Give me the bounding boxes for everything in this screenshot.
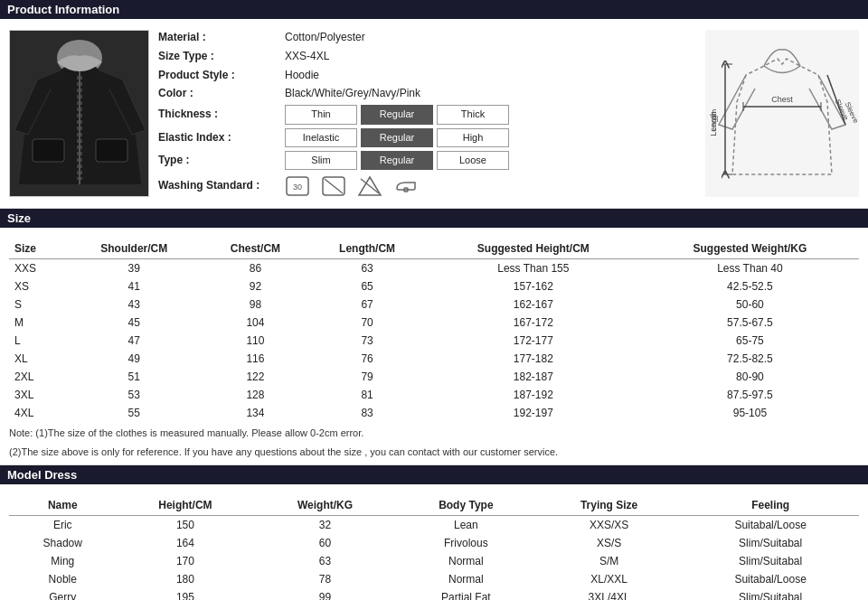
- svg-rect-4: [96, 139, 127, 162]
- elastic-high[interactable]: High: [437, 128, 509, 147]
- size-cell: 128: [203, 386, 309, 404]
- size-cell: 177-182: [426, 350, 641, 368]
- size-cell: 92: [203, 277, 309, 295]
- thickness-regular[interactable]: Regular: [361, 105, 433, 124]
- size-cell: L: [9, 332, 66, 350]
- size-cell: XL: [9, 350, 66, 368]
- size-note-2: (2)The size above is only for reference.…: [9, 445, 859, 460]
- size-cell: 76: [308, 350, 425, 368]
- model-cell: 180: [117, 570, 255, 588]
- model-table: Name Height/CM Weight/KG Body Type Tryin…: [9, 495, 859, 600]
- model-cell: 170: [117, 552, 255, 570]
- size-header: Size: [0, 209, 868, 228]
- table-row: S439867162-16750-60: [9, 295, 859, 314]
- size-cell: 122: [203, 368, 309, 386]
- svg-line-12: [361, 179, 379, 193]
- size-cell: S: [9, 295, 66, 314]
- size-col-shoulder: Shoulder/CM: [66, 239, 202, 259]
- model-cell: 99: [254, 588, 396, 600]
- model-cell: S/M: [536, 552, 682, 570]
- model-col-weight: Weight/KG: [254, 495, 396, 516]
- size-cell: 86: [203, 259, 309, 278]
- size-cell: 182-187: [426, 368, 641, 386]
- size-cell: Less Than 155: [426, 259, 641, 278]
- model-cell: 150: [117, 516, 255, 535]
- table-row: L4711073172-17765-75: [9, 332, 859, 350]
- elastic-regular[interactable]: Regular: [361, 128, 433, 147]
- size-cell: 162-167: [426, 295, 641, 314]
- model-cell: Suitabal/Loose: [682, 516, 859, 535]
- size-col-length: Length/CM: [308, 239, 425, 259]
- size-cell: XS: [9, 277, 66, 295]
- model-col-height: Height/CM: [117, 495, 255, 516]
- size-cell: 63: [308, 259, 425, 278]
- washing-label: Washing Standard :: [158, 178, 285, 193]
- size-col-size: Size: [9, 239, 66, 259]
- size-cell: 53: [66, 386, 202, 404]
- type-regular[interactable]: Regular: [361, 151, 433, 170]
- table-row: 3XL5312881187-19287.5-97.5: [9, 386, 859, 404]
- table-row: XS419265157-16242.5-52.5: [9, 277, 859, 295]
- model-cell: Ming: [9, 552, 117, 570]
- size-cell: 47: [66, 332, 202, 350]
- size-table: Size Shoulder/CM Chest/CM Length/CM Sugg…: [9, 239, 859, 422]
- thickness-options: Thin Regular Thick: [285, 105, 509, 124]
- table-row: Gerry19599Partial Fat3XL/4XLSlim/Suitaba…: [9, 588, 859, 600]
- iron-icon: [393, 175, 419, 197]
- type-options: Slim Regular Loose: [285, 151, 509, 170]
- size-cell: 95-105: [641, 404, 859, 422]
- size-note-1: Note: (1)The size of the clothes is meas…: [9, 426, 859, 441]
- size-cell: 45: [66, 314, 202, 332]
- size-cell: 4XL: [9, 404, 66, 422]
- size-type-label: Size Type :: [158, 49, 285, 64]
- model-cell: Gerry: [9, 588, 117, 600]
- table-row: Eric15032LeanXXS/XSSuitabal/Loose: [9, 516, 859, 535]
- size-cell: 83: [308, 404, 425, 422]
- size-col-chest: Chest/CM: [203, 239, 309, 259]
- table-row: 4XL5513483192-19795-105: [9, 404, 859, 422]
- wash-30-icon: 30: [285, 175, 310, 197]
- size-cell: 41: [66, 277, 202, 295]
- model-cell: 78: [254, 570, 396, 588]
- table-row: XL4911676177-18272.5-82.5: [9, 350, 859, 368]
- elastic-inelastic[interactable]: Inelastic: [285, 128, 357, 147]
- product-info-section: Product Information: [0, 0, 868, 209]
- size-col-weight: Suggested Weight/KG: [641, 239, 859, 259]
- thickness-thick[interactable]: Thick: [437, 105, 509, 124]
- size-cell: 98: [203, 295, 309, 314]
- type-slim[interactable]: Slim: [285, 151, 357, 170]
- size-cell: 80-90: [641, 368, 859, 386]
- table-row: XXS398663Less Than 155Less Than 40: [9, 259, 859, 278]
- elastic-options: Inelastic Regular High: [285, 128, 509, 147]
- size-cell: 65: [308, 277, 425, 295]
- model-cell: Slim/Suitabal: [682, 534, 859, 552]
- svg-text:30: 30: [293, 183, 302, 192]
- table-row: 2XL5112279182-18780-90: [9, 368, 859, 386]
- no-bleach-icon: [357, 175, 382, 197]
- model-cell: Noble: [9, 570, 117, 588]
- size-cell: 87.5-97.5: [641, 386, 859, 404]
- size-cell: 3XL: [9, 386, 66, 404]
- size-cell: 81: [308, 386, 425, 404]
- table-row: Shadow16460FrivolousXS/SSlim/Suitabal: [9, 534, 859, 552]
- product-style-value: Hoodie: [285, 68, 319, 83]
- size-cell: 72.5-82.5: [641, 350, 859, 368]
- size-cell: 192-197: [426, 404, 641, 422]
- model-cell: Normal: [396, 570, 536, 588]
- size-cell: 172-177: [426, 332, 641, 350]
- model-cell: Normal: [396, 552, 536, 570]
- model-cell: Lean: [396, 516, 536, 535]
- size-cell: Less Than 40: [641, 259, 859, 278]
- model-cell: 3XL/4XL: [536, 588, 682, 600]
- type-loose[interactable]: Loose: [437, 151, 509, 170]
- model-cell: 164: [117, 534, 255, 552]
- color-value: Black/White/Grey/Navy/Pink: [285, 86, 420, 101]
- model-cell: Slim/Suitabal: [682, 588, 859, 600]
- size-cell: 167-172: [426, 314, 641, 332]
- washing-icons: 30: [285, 175, 419, 197]
- thickness-thin[interactable]: Thin: [285, 105, 357, 124]
- size-cell: 57.5-67.5: [641, 314, 859, 332]
- model-cell: Suitabal/Loose: [682, 570, 859, 588]
- size-cell: 50-60: [641, 295, 859, 314]
- size-cell: 51: [66, 368, 202, 386]
